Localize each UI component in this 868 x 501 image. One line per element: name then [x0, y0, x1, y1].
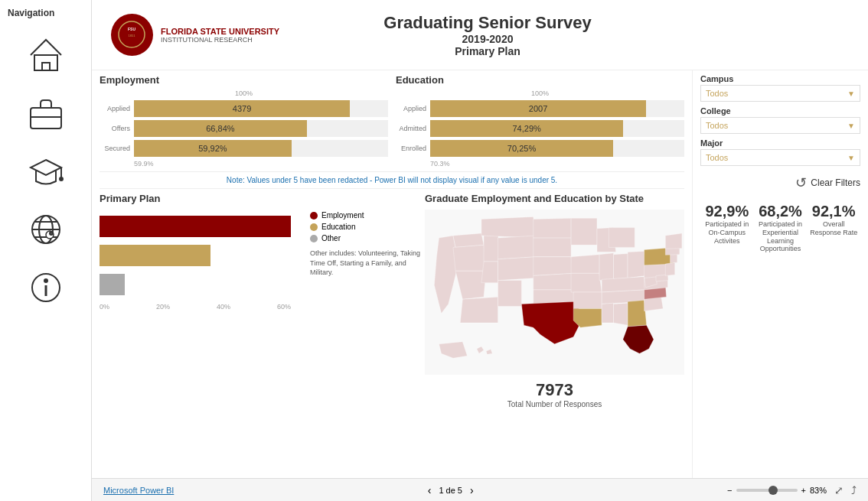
legend-other: Other [321, 234, 341, 242]
emp-bar-val-0: 4379 [233, 104, 251, 113]
on-campus-stat: 92,9% Participated in On-Campus Activite… [700, 199, 754, 257]
university-dept: INSTITUTIONAL RESEARCH [161, 36, 279, 44]
zoom-control[interactable]: − + 83% [727, 486, 827, 495]
svg-rect-2 [31, 108, 61, 129]
navigation-label: Navigation [0, 8, 54, 18]
legend-dot-other [310, 235, 318, 242]
powerbi-link[interactable]: Microsoft Power BI [103, 486, 174, 495]
svg-text:1851: 1851 [129, 34, 136, 37]
svg-rect-1 [42, 63, 50, 70]
experiential-label: Participated in Experiential Learning Op… [756, 220, 805, 253]
education-title: Education [396, 74, 684, 86]
emp-bottom-pct: 59.9% [100, 160, 388, 168]
edu-bar-val-1: 74,29% [513, 124, 541, 133]
major-filter-label: Major [700, 138, 860, 148]
emp-bar-label-2: Secured [100, 145, 134, 152]
svg-point-16 [44, 279, 47, 282]
campus-select[interactable]: Todos ▼ [700, 85, 860, 102]
clear-filters-label: Clear Filters [811, 177, 860, 188]
college-value: Todos [706, 121, 728, 130]
campus-filter-label: Campus [700, 74, 860, 83]
legend-note: Other includes: Volunteering, Taking Tim… [310, 249, 421, 278]
zoom-percentage: 83% [810, 486, 827, 495]
legend-dot-education [310, 223, 318, 231]
edu-bar-val-2: 70,25% [507, 144, 536, 153]
next-page-button[interactable]: › [470, 484, 474, 496]
legend-employment: Employment [321, 211, 364, 220]
hbar-axis-1: 20% [156, 303, 170, 311]
map-section: Graduate Employment and Education by Sta… [425, 193, 684, 408]
svg-text:FSU: FSU [128, 27, 135, 31]
employment-chart: Employment 100% Applied 4379 [100, 74, 388, 168]
experiential-value: 68,2% [756, 203, 805, 220]
edu-bar-label-1: Admitted [396, 125, 430, 132]
emp-bar-label-0: Applied [100, 105, 134, 112]
employment-title: Employment [100, 74, 388, 86]
zoom-minus-icon[interactable]: − [727, 486, 732, 495]
campus-value: Todos [706, 89, 728, 98]
campus-chevron: ▼ [847, 89, 855, 98]
experiential-stat: 68,2% Participated in Experiential Learn… [754, 199, 808, 257]
on-campus-value: 92,9% [703, 203, 752, 220]
on-campus-label: Participated in On-Campus Activites [703, 220, 752, 245]
fullscreen-icon[interactable]: ⤢ [834, 484, 844, 496]
response-rate-stat: 92,1% Overall Response Rate [807, 199, 860, 257]
education-chart: Education 100% Applied 2007 [396, 74, 684, 168]
pagination: ‹ 1 de 5 › [428, 484, 474, 496]
hbar-axis-2: 40% [217, 303, 230, 311]
prev-page-button[interactable]: ‹ [428, 484, 432, 496]
major-filter: Major Todos ▼ [700, 138, 860, 166]
university-logo: FSU 1851 [111, 14, 153, 56]
page-info: 1 de 5 [439, 486, 462, 495]
nav-graduation[interactable] [23, 148, 69, 194]
clear-filters-icon: ↺ [795, 174, 807, 191]
college-filter: College Todos ▼ [700, 106, 860, 134]
nav-briefcase[interactable] [23, 90, 69, 136]
zoom-plus-icon[interactable]: + [801, 486, 806, 495]
total-responses-value: 7973 [425, 380, 684, 400]
nav-home[interactable] [23, 32, 69, 78]
page-plan: Primary Plan [291, 45, 684, 57]
major-select[interactable]: Todos ▼ [700, 149, 860, 166]
redaction-note: Note: Values under 5 have been redacted … [100, 171, 684, 189]
college-chevron: ▼ [847, 122, 855, 130]
us-map [425, 208, 684, 376]
primary-plan-title: Primary Plan [100, 193, 421, 204]
campus-filter: Campus Todos ▼ [700, 74, 860, 102]
nav-info[interactable] [23, 265, 69, 311]
hbar-axis-3: 60% [277, 303, 291, 311]
page-title: Graduating Senior Survey [291, 13, 684, 33]
page-subtitle: 2019-2020 [291, 33, 684, 45]
major-value: Todos [706, 153, 728, 162]
edu-bar-val-0: 2007 [529, 104, 547, 113]
legend-education: Education [321, 223, 355, 231]
legend-dot-employment [310, 212, 318, 220]
hbar-axis-0: 0% [100, 303, 109, 311]
nav-globe[interactable] [23, 207, 69, 252]
edu-bar-label-0: Applied [396, 105, 430, 112]
share-icon[interactable]: ⤴ [851, 484, 857, 496]
map-title: Graduate Employment and Education by Sta… [425, 193, 684, 204]
response-value: 92,1% [809, 203, 858, 220]
emp-top-pct: 100% [100, 89, 388, 97]
college-filter-label: College [700, 106, 860, 115]
emp-bar-label-1: Offers [100, 125, 134, 132]
primary-plan-section: Primary Plan [100, 193, 421, 408]
edu-bottom-pct: 70.3% [396, 160, 684, 168]
edu-top-pct: 100% [396, 89, 684, 97]
university-name: FLORIDA STATE UNIVERSITY [161, 27, 279, 36]
clear-filters-button[interactable]: ↺ Clear Filters [700, 174, 860, 191]
emp-bar-val-1: 66,84% [206, 124, 234, 133]
svg-point-6 [60, 177, 63, 181]
emp-bar-val-2: 59,92% [198, 144, 227, 153]
college-select[interactable]: Todos ▼ [700, 117, 860, 134]
major-chevron: ▼ [847, 154, 855, 162]
svg-point-13 [50, 232, 53, 235]
edu-bar-label-2: Enrolled [396, 145, 430, 152]
total-responses-label: Total Number of Responses [425, 400, 684, 408]
response-label: Overall Response Rate [809, 220, 858, 237]
